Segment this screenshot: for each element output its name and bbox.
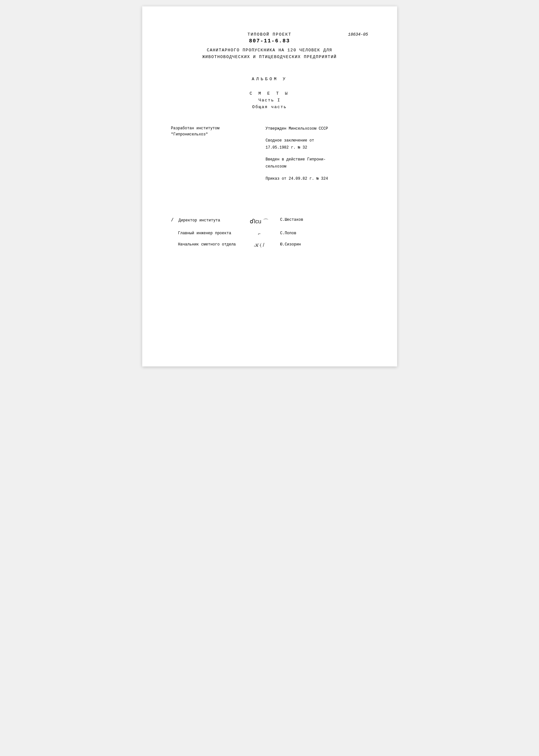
prikaz-line: Приказ от 24.09.82 г. № 324 [266,175,368,182]
vveden-block: Введен в действие Гипрони- сельхозом [266,156,368,170]
sig-name-director: С.Шестаков [280,218,319,222]
header-line2: 807-11-6.83 [171,38,368,44]
subtitle-line1: САНИТАРНОГО ПРОПУСКНИКА НА 120 ЧЕЛОВЕК Д… [171,47,368,54]
handwriting-engineer: ⌐ [258,231,260,236]
sig-row-head: Начальник сметного отдела 𝒦 ⟨ / Ю.Сизори… [171,242,368,248]
sig-sign-head: 𝒦 ⟨ / [239,242,280,248]
header-subtitle: САНИТАРНОГО ПРОПУСКНИКА НА 120 ЧЕЛОВЕК Д… [171,47,368,61]
sig-label-director: / Директор института [171,218,239,223]
sig-sign-engineer: ⌐ [239,231,280,237]
left-line1: Разработан институтом [171,125,254,132]
left-line2: "Гипронисельхоз" [171,132,254,138]
left-column: Разработан институтом "Гипронисельхоз" [171,125,254,138]
header-section: ТИПОВОЙ ПРОЕКТ 807-11-6.83 САНИТАРНОГО П… [171,32,368,61]
handwriting-director: ɗlcu ⌒ [250,218,269,225]
signatures-section: / Директор института ɗlcu ⌒ С.Шестаков Г… [171,218,368,248]
sig-name-head: Ю.Сизорин [280,242,319,247]
sig-name-engineer: С.Попов [280,231,319,236]
sig-role-engineer: Главный инженер проекта [178,231,231,236]
svodnoe-date: 17.05.1982 г. № 32 [266,144,368,152]
vveden-sub: сельхозом [266,163,368,171]
approved-line: Утвержден Минсельхозом СССР [266,125,368,133]
obshaya-title: Общая часть [171,104,368,109]
sig-role-director: Директор института [179,218,220,223]
sig-role-head: Начальник сметного отдела [178,242,236,247]
document-page: 18634-05 ТИПОВОЙ ПРОЕКТ 807-11-6.83 САНИ… [142,6,397,367]
chast-title: Часть I [171,98,368,103]
vveden-label: Введен в действие Гипрони- [266,156,368,163]
svodnoe-label: Сводное заключение от [266,137,368,144]
doc-number: 18634-05 [348,32,368,37]
handwriting-head: 𝒦 ⟨ / [254,242,264,248]
sig-row-engineer: Главный инженер проекта ⌐ С.Попов [171,231,368,237]
slash-icon: / [171,218,174,223]
two-column-section: Разработан институтом "Гипронисельхоз" У… [171,125,368,186]
subtitle-line2: ЖИВОТНОВОДЧЕСКИХ И ПТИЦЕВОДЧЕСКИХ ПРЕДПР… [171,54,368,61]
right-column: Утвержден Минсельхозом СССР Сводное закл… [266,125,368,186]
album-title: АЛЬБОМ У [171,77,368,82]
sig-row-director: / Директор института ɗlcu ⌒ С.Шестаков [171,218,368,225]
sig-label-engineer: Главный инженер проекта [171,231,239,236]
smety-title: С М Е Т Ы [171,91,368,96]
svodnoe-block: Сводное заключение от 17.05.1982 г. № 32 [266,137,368,151]
header-line1: ТИПОВОЙ ПРОЕКТ [171,32,368,37]
sig-label-head: Начальник сметного отдела [171,242,239,247]
sig-sign-director: ɗlcu ⌒ [239,218,280,225]
